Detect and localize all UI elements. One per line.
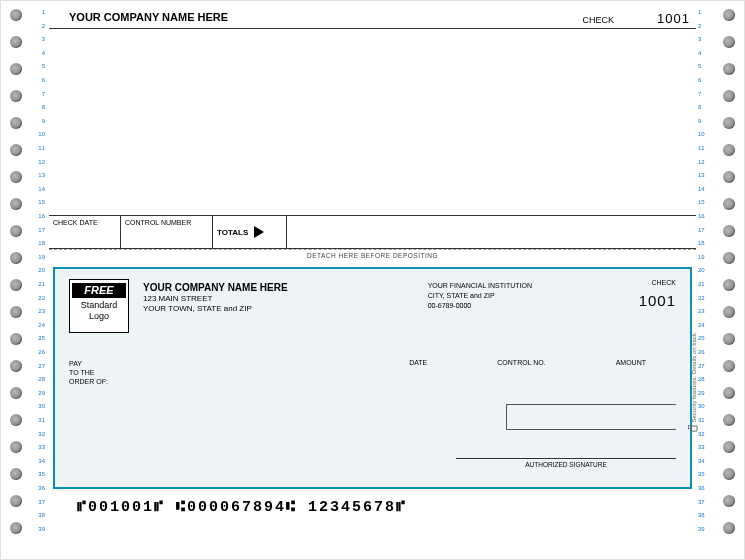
- logo-free-badge: FREE: [72, 283, 126, 298]
- ruler-number: 35: [31, 471, 45, 477]
- logo-placeholder: FREE Standard Logo: [69, 279, 129, 333]
- ruler-number: 3: [31, 36, 45, 42]
- sprocket-hole: [10, 144, 22, 156]
- ruler-number: 37: [31, 499, 45, 505]
- sprocket-hole: [10, 225, 22, 237]
- ruler-number: 18: [31, 240, 45, 246]
- sprocket-hole: [10, 360, 22, 372]
- ruler-number: 20: [698, 267, 712, 273]
- stub-check-number: 1001: [657, 11, 690, 26]
- ruler-number: 20: [31, 267, 45, 273]
- sprocket-hole: [723, 495, 735, 507]
- logo-line1: Standard: [72, 300, 126, 311]
- ruler-number: 17: [698, 227, 712, 233]
- check-face: FREE Standard Logo YOUR COMPANY NAME HER…: [53, 267, 692, 489]
- sprocket-hole: [723, 225, 735, 237]
- ruler-number: 13: [31, 172, 45, 178]
- company-address-block: YOUR COMPANY NAME HERE 123 MAIN STREET Y…: [143, 279, 288, 333]
- ruler-number: 18: [698, 240, 712, 246]
- ruler-number: 6: [698, 77, 712, 83]
- sprocket-hole: [723, 144, 735, 156]
- sprocket-holes-left: [1, 1, 31, 559]
- ruler-number: 36: [698, 485, 712, 491]
- ruler-number: 1: [698, 9, 712, 15]
- ruler-number: 39: [698, 526, 712, 532]
- sprocket-hole: [10, 9, 22, 21]
- check-label: CHECK: [586, 279, 676, 286]
- sprocket-hole: [723, 279, 735, 291]
- ruler-number: 22: [31, 295, 45, 301]
- sprocket-hole: [723, 252, 735, 264]
- ruler-number: 29: [31, 390, 45, 396]
- security-features-text: Security features. Details on back.: [691, 331, 698, 431]
- ruler-number: 7: [31, 91, 45, 97]
- sprocket-hole: [723, 9, 735, 21]
- logo-line2: Logo: [72, 311, 126, 322]
- sprocket-hole: [10, 90, 22, 102]
- ruler-right: 1234567891011121314151617181920212223242…: [698, 1, 714, 559]
- ruler-number: 2: [698, 23, 712, 29]
- sprocket-hole: [723, 90, 735, 102]
- ruler-number: 5: [698, 63, 712, 69]
- sprocket-hole: [10, 117, 22, 129]
- ruler-number: 28: [31, 376, 45, 382]
- stub-totals-row: CHECK DATE CONTROL NUMBER TOTALS: [49, 215, 696, 249]
- ruler-number: 38: [31, 512, 45, 518]
- micr-line: ⑈001001⑈ ⑆000067894⑆ 12345678⑈: [53, 499, 692, 516]
- ruler-number: 29: [698, 390, 712, 396]
- bank-routing: 00-6789-0000: [428, 301, 532, 311]
- ruler-number: 5: [31, 63, 45, 69]
- bank-city: CITY, STATE and ZIP: [428, 291, 532, 301]
- check-number: 1001: [586, 292, 676, 309]
- ruler-number: 30: [698, 403, 712, 409]
- date-label: DATE: [409, 359, 427, 386]
- ruler-number: 3: [698, 36, 712, 42]
- ruler-number: 22: [698, 295, 712, 301]
- pay-to-order: PAY TO THE ORDER OF:: [69, 359, 139, 386]
- ruler-number: 26: [31, 349, 45, 355]
- ruler-number: 31: [31, 417, 45, 423]
- ruler-number: 31: [698, 417, 712, 423]
- sprocket-hole: [10, 468, 22, 480]
- sprocket-hole: [10, 441, 22, 453]
- ruler-number: 35: [698, 471, 712, 477]
- lock-icon: [691, 426, 698, 432]
- sprocket-hole: [723, 171, 735, 183]
- sprocket-hole: [10, 414, 22, 426]
- sprocket-hole: [723, 198, 735, 210]
- sprocket-hole: [10, 63, 22, 75]
- ruler-number: 6: [31, 77, 45, 83]
- check-company-city: YOUR TOWN, STATE and ZIP: [143, 304, 288, 314]
- ruler-number: 33: [698, 444, 712, 450]
- amount-box: [506, 404, 676, 430]
- ruler-number: 23: [698, 308, 712, 314]
- sprocket-hole: [10, 387, 22, 399]
- pay-label: PAY: [69, 359, 139, 368]
- ruler-number: 1: [31, 9, 45, 15]
- stub-field-checkdate: CHECK DATE: [49, 216, 121, 248]
- ruler-number: 13: [698, 172, 712, 178]
- ruler-number: 10: [31, 131, 45, 137]
- sprocket-hole: [723, 306, 735, 318]
- ruler-number: 9: [31, 118, 45, 124]
- ruler-number: 12: [31, 159, 45, 165]
- ruler-number: 32: [31, 431, 45, 437]
- ruler-number: 19: [698, 254, 712, 260]
- ruler-number: 26: [698, 349, 712, 355]
- stub-check-label: CHECK: [583, 15, 615, 25]
- ruler-number: 10: [698, 131, 712, 137]
- ruler-number: 34: [698, 458, 712, 464]
- arrow-right-icon: [254, 226, 264, 238]
- ruler-number: 39: [31, 526, 45, 532]
- ruler-number: 30: [31, 403, 45, 409]
- ruler-number: 7: [698, 91, 712, 97]
- security-caption: Security features. Details on back.: [691, 331, 697, 422]
- sprocket-hole: [10, 171, 22, 183]
- ruler-number: 33: [31, 444, 45, 450]
- bank-block: YOUR FINANCIAL INSTITUTION CITY, STATE a…: [428, 279, 572, 333]
- sprocket-hole: [10, 198, 22, 210]
- ruler-number: 2: [31, 23, 45, 29]
- ruler-number: 23: [31, 308, 45, 314]
- ruler-number: 27: [698, 363, 712, 369]
- sprocket-hole: [10, 252, 22, 264]
